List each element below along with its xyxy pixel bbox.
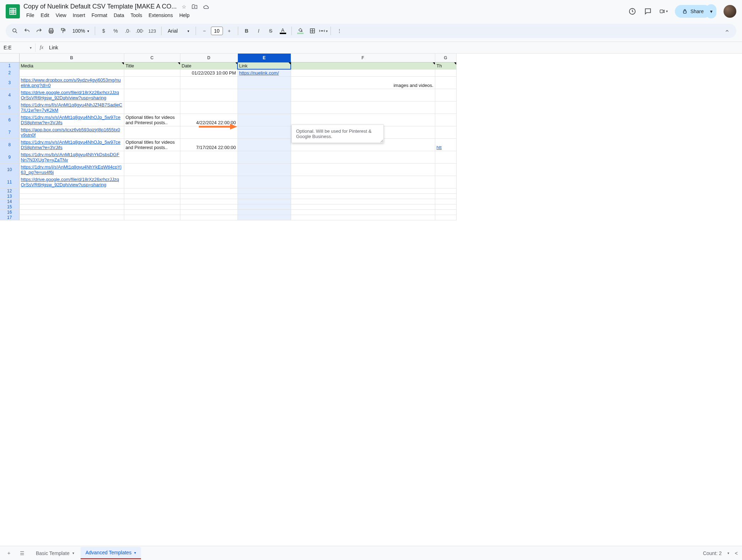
cell[interactable]: [291, 114, 435, 126]
more-button[interactable]: ⋮: [334, 25, 345, 37]
paint-format-button[interactable]: [58, 25, 69, 37]
header-cell[interactable]: Media: [19, 62, 124, 69]
meet-icon[interactable]: ▾: [659, 7, 668, 16]
row-header[interactable]: 1: [0, 62, 19, 69]
cell[interactable]: [238, 126, 291, 138]
cell[interactable]: [180, 204, 238, 209]
cell[interactable]: [435, 151, 456, 163]
cell[interactable]: [238, 138, 291, 151]
menu-view[interactable]: View: [53, 11, 69, 20]
select-all-corner[interactable]: [0, 54, 19, 62]
cell[interactable]: [435, 101, 456, 114]
add-sheet-button[interactable]: ＋: [4, 548, 13, 559]
cell[interactable]: [291, 188, 435, 193]
cell[interactable]: [238, 176, 291, 188]
row-header[interactable]: 7: [0, 126, 19, 138]
cell[interactable]: [238, 199, 291, 204]
cell[interactable]: [124, 204, 180, 209]
cell[interactable]: [435, 204, 456, 209]
cell[interactable]: [124, 151, 180, 163]
percent-button[interactable]: %: [110, 25, 121, 37]
menu-help[interactable]: Help: [176, 11, 192, 20]
cell[interactable]: [124, 188, 180, 193]
status-count[interactable]: Count: 2: [703, 550, 722, 556]
comment-icon[interactable]: [644, 7, 652, 16]
cell[interactable]: https://1drv.ms/v/s!AnMt1q8gyu4NhOJp_5w9…: [19, 138, 124, 151]
cell[interactable]: [124, 126, 180, 138]
cell[interactable]: [435, 176, 456, 188]
cell[interactable]: [291, 176, 435, 188]
cell[interactable]: [124, 176, 180, 188]
cell[interactable]: [291, 215, 435, 220]
cell[interactable]: [238, 188, 291, 193]
menu-edit[interactable]: Edit: [38, 11, 52, 20]
cell[interactable]: [180, 209, 238, 215]
cell[interactable]: [19, 188, 124, 193]
cell[interactable]: [435, 199, 456, 204]
cell[interactable]: [435, 76, 456, 89]
cell[interactable]: [124, 209, 180, 215]
cell[interactable]: [19, 69, 124, 76]
header-cell[interactable]: Link: [238, 62, 291, 69]
cell[interactable]: [124, 215, 180, 220]
cell[interactable]: [291, 101, 435, 114]
cell[interactable]: [291, 204, 435, 209]
cell[interactable]: https://1drv.ms/i/s!AnMt1q8gyu4NhYkEqWtl…: [19, 163, 124, 176]
all-sheets-button[interactable]: ☰: [18, 548, 27, 558]
row-header[interactable]: 15: [0, 204, 19, 209]
row-header[interactable]: 6: [0, 114, 19, 126]
explore-button[interactable]: <: [735, 550, 738, 556]
sheet-tab[interactable]: Basic Template ▾: [31, 547, 79, 559]
menu-data[interactable]: Data: [111, 11, 127, 20]
cell[interactable]: [435, 114, 456, 126]
cell[interactable]: [180, 101, 238, 114]
font-select[interactable]: Arial▾: [164, 28, 193, 34]
cell[interactable]: https://nuelink.com/: [238, 69, 291, 76]
row-header[interactable]: 14: [0, 199, 19, 204]
cell[interactable]: htt: [435, 138, 456, 151]
move-icon[interactable]: [191, 4, 198, 10]
text-color-button[interactable]: A: [277, 25, 289, 37]
cell[interactable]: [19, 193, 124, 199]
strike-button[interactable]: S: [265, 25, 277, 37]
header-cell[interactable]: [291, 62, 435, 69]
col-header-E[interactable]: E: [238, 54, 291, 62]
row-header[interactable]: 9: [0, 151, 19, 163]
cell[interactable]: [238, 101, 291, 114]
cell[interactable]: https://drive.google.com/file/d/18rXz26x…: [19, 89, 124, 101]
merge-button[interactable]: ▾: [319, 25, 328, 37]
share-button[interactable]: Share: [675, 5, 711, 18]
cell[interactable]: [19, 204, 124, 209]
search-icon[interactable]: [9, 25, 21, 37]
cell[interactable]: [124, 89, 180, 101]
cell[interactable]: [238, 193, 291, 199]
row-header[interactable]: 16: [0, 209, 19, 215]
history-icon[interactable]: [628, 7, 637, 16]
cell[interactable]: [238, 163, 291, 176]
cell[interactable]: [291, 163, 435, 176]
menu-file[interactable]: File: [23, 11, 37, 20]
print-button[interactable]: [45, 25, 57, 37]
doc-title[interactable]: Copy of Nuelink Default CSV Template [MA…: [23, 3, 177, 10]
name-box[interactable]: E:E▾: [0, 43, 36, 52]
cell[interactable]: [435, 69, 456, 76]
cell[interactable]: [291, 69, 435, 76]
decrease-font-button[interactable]: −: [199, 25, 210, 37]
more-formats-button[interactable]: 123: [146, 25, 158, 37]
cell[interactable]: [19, 209, 124, 215]
cell[interactable]: 7/17/2024 22:00:00: [180, 138, 238, 151]
cell[interactable]: [238, 204, 291, 209]
collapse-toolbar-button[interactable]: [721, 25, 733, 37]
menu-tools[interactable]: Tools: [128, 11, 145, 20]
cell[interactable]: [238, 76, 291, 89]
cell[interactable]: [124, 69, 180, 76]
cell[interactable]: [180, 188, 238, 193]
cell[interactable]: https://1drv.ms/f/s!AnMt1q8gyu4NhJZf4B7S…: [19, 101, 124, 114]
cell[interactable]: [180, 76, 238, 89]
cell[interactable]: [435, 126, 456, 138]
cell[interactable]: https://www.dropbox.com/s/9ydzv4gvj6053m…: [19, 76, 124, 89]
cell[interactable]: [180, 176, 238, 188]
row-header[interactable]: 4: [0, 89, 19, 101]
star-icon[interactable]: ☆: [182, 4, 186, 10]
cell[interactable]: [238, 151, 291, 163]
